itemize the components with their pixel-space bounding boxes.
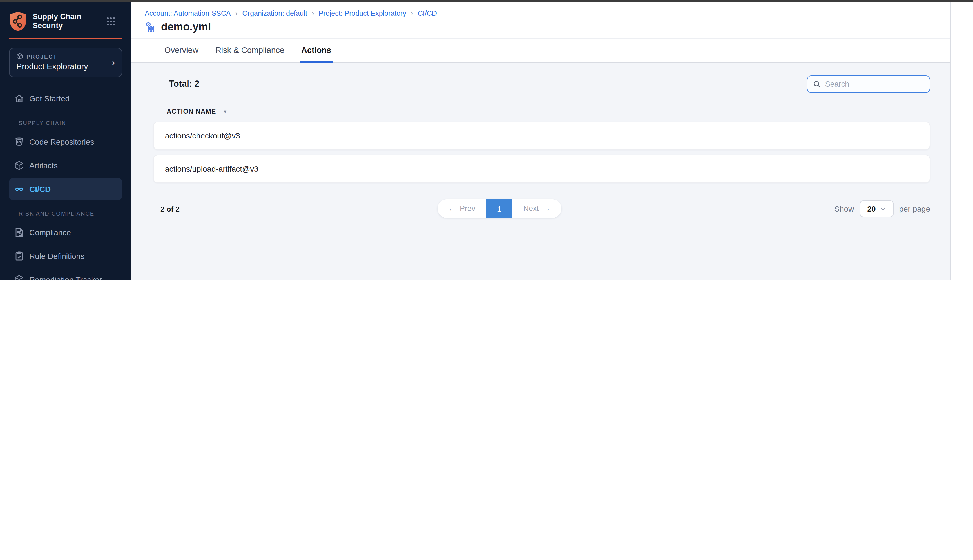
chevron-right-icon: › [112,57,115,67]
page-size-value: 20 [867,205,876,213]
breadcrumb-separator: › [235,9,238,17]
infinity-cicd-icon [14,184,24,194]
action-name-cell: actions/checkout@v3 [165,131,240,140]
workflow-file-icon [145,22,157,33]
action-name-cell: actions/upload-artifact@v3 [165,164,259,173]
sidebar-item-label: Artifacts [29,161,58,170]
code-repository-icon [14,137,24,147]
home-icon [14,93,24,103]
sidebar-item-label: CI/CD [29,185,51,193]
supply-chain-security-logo-icon [9,11,27,32]
column-header-action-name[interactable]: ACTION NAME [167,108,216,115]
project-selector[interactable]: PROJECT Product Exploratory › [9,48,122,77]
page-size-select[interactable]: 20 [860,200,893,217]
sidebar-item-compliance[interactable]: Compliance [9,221,122,244]
breadcrumb-separator: › [312,9,314,17]
tab-bar: Overview Risk & Compliance Actions [131,39,950,63]
page-number-button[interactable]: 1 [486,199,513,218]
section-header-risk-and-compliance: RISK AND COMPLIANCE [18,210,122,217]
sidebar-item-label: Code Repositories [29,137,94,146]
sidebar-item-cicd[interactable]: CI/CD [9,178,122,200]
right-rail [950,2,973,280]
breadcrumb-separator: › [411,9,413,17]
search-box [807,75,930,93]
sidebar-item-label: Remediation Tracker [29,275,102,280]
brand-header: Supply Chain Security [9,11,115,32]
project-cube-icon [16,53,23,60]
tab-actions[interactable]: Actions [300,39,333,63]
sidebar-item-label: Compliance [29,228,71,237]
prev-page-button[interactable]: ← Prev [437,199,486,218]
tab-risk-and-compliance[interactable]: Risk & Compliance [214,39,286,63]
page-header: Account: Automation-SSCA › Organization:… [131,2,950,39]
sidebar-item-label: Rule Definitions [29,252,85,261]
clipboard-check-icon [14,251,24,261]
sidebar-item-get-started[interactable]: Get Started [9,87,122,110]
table-row[interactable]: actions/upload-artifact@v3 [153,155,930,183]
app-root: Supply Chain Security PROJECT [0,0,973,280]
sidebar-item-label: Get Started [29,94,70,103]
right-arrow-icon: → [543,204,551,213]
project-name: Product Exploratory [16,62,112,71]
next-page-button[interactable]: Next → [513,199,561,218]
pagination-summary: 2 of 2 [160,205,180,213]
table-header: ACTION NAME ▼ [167,108,930,115]
chevron-down-icon [880,207,886,210]
artifact-cube-icon [14,160,24,170]
breadcrumb-cicd-link[interactable]: CI/CD [418,9,437,17]
page-title: demo.yml [161,21,211,33]
sort-descending-icon[interactable]: ▼ [223,109,227,114]
search-icon [813,80,821,88]
breadcrumb-account-link[interactable]: Account: Automation-SSCA [145,9,231,17]
section-header-supply-chain: SUPPLY CHAIN [18,120,122,126]
search-input[interactable] [825,80,924,88]
brand-accent-rule [9,38,122,39]
box-wrench-icon [14,275,24,280]
breadcrumb: Account: Automation-SSCA › Organization:… [145,9,937,17]
actions-tab-content: Total: 2 ACTION NAME ▼ actions/checkout@… [131,63,950,280]
sidebar: Supply Chain Security PROJECT [0,2,131,280]
sidebar-nav: Get Started SUPPLY CHAIN Code Repositori… [0,77,131,280]
sidebar-item-remediation-tracker[interactable]: Remediation Tracker [9,268,122,280]
table-row[interactable]: actions/checkout@v3 [153,122,930,150]
left-arrow-icon: ← [448,204,456,213]
module-grid-icon[interactable] [107,17,115,26]
sidebar-item-artifacts[interactable]: Artifacts [9,154,122,177]
project-eyebrow-label: PROJECT [27,53,57,59]
pager-pill: ← Prev 1 Next → [437,199,561,218]
sidebar-item-rule-definitions[interactable]: Rule Definitions [9,245,122,267]
total-count-label: Total: 2 [169,79,199,89]
breadcrumb-organization-link[interactable]: Organization: default [242,9,307,17]
main-area: Account: Automation-SSCA › Organization:… [131,2,950,280]
breadcrumb-project-link[interactable]: Project: Product Exploratory [319,9,406,17]
show-label: Show [834,204,854,213]
app-title: Supply Chain Security [33,12,81,30]
per-page-label: per page [899,204,930,213]
pagination: 2 of 2 ← Prev 1 Next → Show [153,199,930,218]
page-size-controls: Show 20 per page [834,200,930,217]
sidebar-item-code-repositories[interactable]: Code Repositories [9,130,122,153]
document-search-icon [14,227,24,238]
tab-overview[interactable]: Overview [163,39,200,63]
